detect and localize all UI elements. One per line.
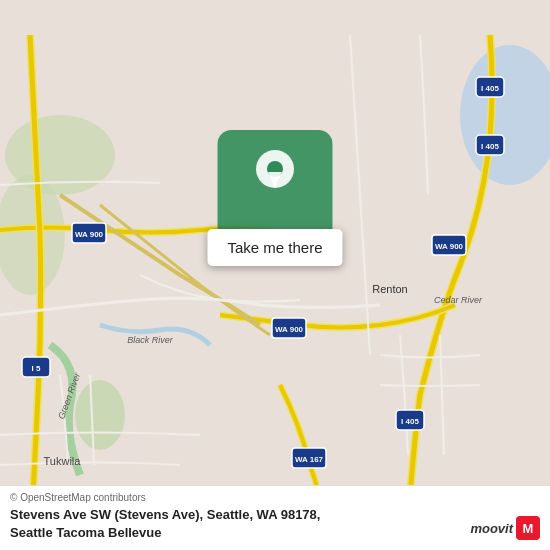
svg-text:M: M (523, 521, 534, 536)
svg-text:Tukwila: Tukwila (44, 455, 82, 467)
address-line1: Stevens Ave SW (Stevens Ave), Seattle, W… (10, 506, 320, 524)
map-container: I 405 I 405 WA 900 WA 900 WA 900 I 405 W… (0, 0, 550, 550)
svg-text:I 405: I 405 (481, 142, 499, 151)
svg-text:I 405: I 405 (401, 417, 419, 426)
attribution-text: © OpenStreetMap contributors (10, 492, 146, 503)
address-line2: Seattle Tacoma Bellevue (10, 524, 320, 542)
svg-text:I 405: I 405 (481, 84, 499, 93)
moovit-logo: moovit M (470, 516, 540, 540)
moovit-wordmark: moovit (470, 521, 513, 536)
map-background: I 405 I 405 WA 900 WA 900 WA 900 I 405 W… (0, 0, 550, 550)
location-pin (256, 150, 294, 200)
svg-text:Renton: Renton (372, 283, 407, 295)
svg-text:I 5: I 5 (32, 364, 41, 373)
svg-text:WA 900: WA 900 (275, 325, 304, 334)
take-me-there-button[interactable]: Take me there (207, 229, 342, 266)
svg-text:WA 900: WA 900 (75, 230, 104, 239)
attribution: © OpenStreetMap contributors (10, 492, 540, 503)
svg-text:WA 900: WA 900 (435, 242, 464, 251)
svg-text:WA 167: WA 167 (295, 455, 324, 464)
bottom-panel: © OpenStreetMap contributors Stevens Ave… (0, 485, 550, 550)
moovit-icon: M (516, 516, 540, 540)
svg-text:Cedar River: Cedar River (434, 295, 483, 305)
svg-point-3 (75, 380, 125, 450)
svg-text:Black River: Black River (127, 335, 174, 345)
